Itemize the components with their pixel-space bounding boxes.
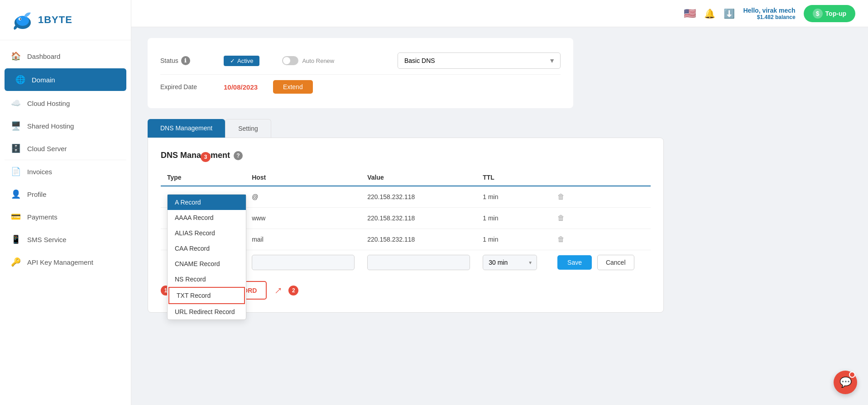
dns-type-select[interactable]: Basic DNS <box>398 52 561 69</box>
check-icon: ✓ <box>230 57 235 64</box>
dropdown-item-cname[interactable]: CNAME Record <box>168 256 246 272</box>
cloud-server-icon: 🗄️ <box>11 143 21 153</box>
sidebar-item-api[interactable]: 🔑 API Key Management <box>0 251 131 273</box>
tab-dns-management[interactable]: DNS Management <box>148 119 225 138</box>
new-value-input[interactable] <box>367 255 470 270</box>
save-record-button[interactable]: Save <box>557 255 592 270</box>
record-action-cell: 🗑 <box>551 208 651 229</box>
col-actions <box>551 169 651 186</box>
sidebar-item-sms[interactable]: 📱 SMS Service <box>0 228 131 251</box>
topup-button[interactable]: $ Top-up <box>804 5 855 22</box>
balance-label: balance <box>775 14 796 20</box>
sidebar-item-label: SMS Service <box>27 236 67 243</box>
auto-renew-area: Auto Renew <box>282 56 334 65</box>
dropdown-item-ns[interactable]: NS Record <box>168 272 246 287</box>
sidebar-item-cloud-hosting[interactable]: ☁️ Cloud Hosting <box>0 92 131 114</box>
user-greeting: Hello, virak mech <box>743 7 795 14</box>
sidebar-item-payments[interactable]: 💳 Payments <box>0 205 131 228</box>
record-host-cell: www <box>245 208 361 229</box>
new-ttl-select[interactable]: 30 min 1 min 5 min 1 hour <box>483 255 537 270</box>
auto-renew-toggle[interactable] <box>282 56 298 65</box>
record-ttl-cell: 1 min <box>476 186 551 208</box>
invoices-icon: 📄 <box>11 167 21 176</box>
expired-date-value: 10/08/2023 <box>224 83 258 91</box>
status-field-label: Status ℹ <box>160 56 215 65</box>
dns-title: DNS Management ? <box>161 151 651 160</box>
extend-button[interactable]: Extend <box>273 80 313 94</box>
shared-hosting-icon: 🖥️ <box>11 121 21 131</box>
svg-point-1 <box>16 16 29 26</box>
dropdown-item-txt[interactable]: TXT Record <box>168 287 245 304</box>
table-row: A Record A Record AAAA Record ALIAS Reco… <box>161 186 651 208</box>
annotation-3: 3 <box>201 152 211 162</box>
user-info: Hello, virak mech $1.482 balance <box>743 7 795 20</box>
sidebar: 1BYTE 🏠 Dashboard 🌐 Domain ☁️ Cloud Host… <box>0 0 131 405</box>
new-host-input[interactable] <box>252 255 355 270</box>
dropdown-item-aaaa[interactable]: AAAA Record <box>168 210 246 225</box>
expired-row: Expired Date 10/08/2023 Extend <box>160 75 561 99</box>
notification-icon[interactable]: 🔔 <box>704 8 715 19</box>
dns-tabs: DNS Management Setting <box>148 119 664 138</box>
topup-label: Top-up <box>825 10 846 17</box>
sidebar-item-label: Cloud Hosting <box>27 100 70 107</box>
delete-record-icon[interactable]: 🗑 <box>557 193 565 200</box>
sidebar-item-invoices[interactable]: 📄 Invoices <box>0 160 131 183</box>
annotation-2: 2 <box>288 286 298 295</box>
record-host-cell: @ <box>245 186 361 208</box>
status-help-icon[interactable]: ℹ <box>181 56 190 65</box>
sidebar-logo: 1BYTE <box>0 0 131 40</box>
balance-value: $1.482 <box>757 14 774 20</box>
record-action-cell: 🗑 <box>551 229 651 250</box>
sidebar-item-label: Shared Hosting <box>27 122 74 130</box>
chat-button[interactable]: 💬 <box>834 371 857 394</box>
delete-record-icon[interactable]: 🗑 <box>557 235 565 243</box>
new-ttl-wrapper: 30 min 1 min 5 min 1 hour <box>483 255 537 270</box>
dashboard-icon: 🏠 <box>11 51 21 61</box>
sidebar-item-shared-hosting[interactable]: 🖥️ Shared Hosting <box>0 114 131 137</box>
record-type-dropdown-container: A Record A Record AAAA Record ALIAS Reco… <box>167 193 239 200</box>
language-flag[interactable]: 🇺🇸 <box>684 8 696 19</box>
sidebar-item-label: Cloud Server <box>27 145 67 152</box>
download-icon[interactable]: ⬇️ <box>724 8 735 19</box>
svg-point-3 <box>20 19 21 20</box>
sidebar-item-cloud-server[interactable]: 🗄️ Cloud Server <box>0 137 131 160</box>
cancel-record-button[interactable]: Cancel <box>597 255 634 270</box>
logo-text: 1BYTE <box>38 14 72 26</box>
col-value: Value <box>361 169 476 186</box>
dropdown-item-a-record[interactable]: A Record <box>168 195 246 210</box>
sms-icon: 📱 <box>11 234 21 244</box>
dropdown-item-caa[interactable]: CAA Record <box>168 241 246 256</box>
record-ttl-cell: 1 min <box>476 208 551 229</box>
dropdown-item-url[interactable]: URL Redirect Record <box>168 304 246 319</box>
delete-record-icon[interactable]: 🗑 <box>557 214 565 222</box>
new-ttl-cell: 30 min 1 min 5 min 1 hour <box>476 250 551 275</box>
auto-renew-label: Auto Renew <box>302 57 334 64</box>
main-content: Status ℹ ✓ Active Auto Renew Basic DNS ▼ <box>131 27 868 405</box>
dns-help-icon[interactable]: ? <box>234 151 243 160</box>
tab-setting[interactable]: Setting <box>225 119 271 138</box>
sidebar-item-label: Domain <box>32 76 55 84</box>
dollar-icon: $ <box>813 9 823 19</box>
sidebar-item-profile[interactable]: 👤 Profile <box>0 183 131 205</box>
dns-table: Type Host Value TTL <box>161 169 651 275</box>
status-card: Status ℹ ✓ Active Auto Renew Basic DNS ▼ <box>148 38 573 108</box>
record-value-cell: 220.158.232.118 <box>361 208 476 229</box>
topbar: 🇺🇸 🔔 ⬇️ Hello, virak mech $1.482 balance… <box>131 0 868 27</box>
dns-card: DNS Management ? Type Host Value TTL <box>148 138 664 313</box>
type-dropdown-popup: A Record AAAA Record ALIAS Record CAA Re… <box>167 194 246 320</box>
logo-icon <box>11 8 34 32</box>
dns-section: DNS Management Setting DNS Management ? … <box>148 119 664 313</box>
sidebar-item-label: Payments <box>27 213 58 221</box>
sidebar-item-label: Profile <box>27 191 47 198</box>
arrow-icon: → <box>269 281 287 299</box>
new-value-cell <box>361 250 476 275</box>
sidebar-item-dashboard[interactable]: 🏠 Dashboard <box>0 45 131 67</box>
status-badge: ✓ Active <box>224 56 259 66</box>
chat-badge <box>849 372 855 378</box>
sidebar-item-domain[interactable]: 🌐 Domain <box>5 68 126 91</box>
dropdown-item-alias[interactable]: ALIAS Record <box>168 225 246 241</box>
arrow-annotation-area: → 2 <box>272 283 301 297</box>
sidebar-nav: 🏠 Dashboard 🌐 Domain ☁️ Cloud Hosting 🖥️… <box>0 45 131 273</box>
col-host: Host <box>245 169 361 186</box>
annotation-3-area: 3 <box>201 152 213 162</box>
